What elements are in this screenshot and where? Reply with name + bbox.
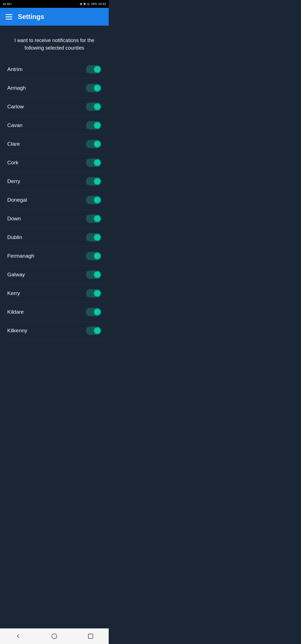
svg-point-0 (52, 634, 57, 639)
county-name: Kildare (7, 309, 24, 315)
county-item: Cork (4, 153, 104, 172)
county-toggle[interactable] (86, 103, 101, 111)
county-toggle[interactable] (86, 326, 101, 335)
county-item: Antrim (4, 60, 104, 79)
county-toggle[interactable] (86, 84, 101, 92)
county-item: Clare (4, 135, 104, 153)
location-icon: ◎ (87, 2, 90, 6)
county-name: Down (7, 216, 21, 222)
toggle-thumb (94, 103, 101, 110)
status-bar: eir 4G+ ⊠ ✱ ◎ 24% 10:42 (0, 0, 109, 8)
status-right: ⊠ ✱ ◎ 24% 10:42 (80, 2, 106, 6)
toggle-track (86, 214, 101, 223)
network-label: 4G+ (7, 3, 12, 6)
toggle-thumb (94, 197, 101, 203)
county-name: Fermanagh (7, 253, 34, 259)
toggle-track (86, 233, 101, 242)
toggle-thumb (94, 122, 101, 129)
county-toggle[interactable] (86, 158, 101, 167)
county-name: Carlow (7, 104, 24, 110)
county-name: Dublin (7, 234, 22, 240)
toggle-track (86, 196, 101, 204)
county-item: Kildare (4, 303, 104, 321)
toggle-thumb (94, 178, 101, 185)
county-item: Kerry (4, 284, 104, 303)
county-name: Cavan (7, 122, 23, 128)
county-toggle[interactable] (86, 177, 101, 186)
toggle-thumb (94, 309, 101, 315)
county-item: Carlow (4, 97, 104, 116)
county-name: Cork (7, 160, 18, 166)
toggle-thumb (94, 290, 101, 297)
county-toggle[interactable] (86, 252, 101, 260)
county-item: Armagh (4, 79, 104, 97)
county-toggle[interactable] (86, 196, 101, 204)
page-content: I want to receive notifications for the … (0, 26, 109, 340)
toggle-track (86, 289, 101, 297)
county-item: Donegal (4, 191, 104, 209)
page-title: Settings (18, 13, 44, 21)
hamburger-menu-button[interactable] (6, 14, 12, 19)
county-item: Kilkenny (4, 321, 104, 340)
page-description: I want to receive notifications for the … (4, 31, 104, 60)
county-name: Kerry (7, 290, 20, 296)
county-toggle[interactable] (86, 121, 101, 130)
county-toggle[interactable] (86, 270, 101, 279)
svg-rect-1 (88, 634, 93, 638)
county-name: Kilkenny (7, 328, 27, 334)
county-name: Antrim (7, 66, 23, 72)
county-toggle[interactable] (86, 308, 101, 316)
toggle-track (86, 326, 101, 335)
toggle-thumb (94, 159, 101, 166)
battery-label: 24% (91, 2, 97, 6)
bottom-navigation (0, 628, 109, 644)
county-item: Down (4, 209, 104, 228)
county-toggle[interactable] (86, 233, 101, 242)
toggle-track (86, 270, 101, 279)
county-item: Dublin (4, 228, 104, 247)
toggle-track (86, 121, 101, 130)
toggle-track (86, 177, 101, 186)
county-toggle[interactable] (86, 65, 101, 74)
county-list: AntrimArmaghCarlowCavanClareCorkDerryDon… (4, 60, 104, 340)
bluetooth-icon: ✱ (83, 2, 86, 6)
county-name: Derry (7, 178, 20, 184)
county-item: Derry (4, 172, 104, 191)
county-name: Galway (7, 272, 25, 278)
county-name: Donegal (7, 197, 27, 203)
county-item: Fermanagh (4, 247, 104, 265)
toggle-thumb (94, 253, 101, 259)
carrier-label: eir (3, 2, 6, 6)
county-toggle[interactable] (86, 214, 101, 223)
time-label: 10:42 (98, 2, 106, 6)
county-toggle[interactable] (86, 140, 101, 148)
county-item: Galway (4, 265, 104, 284)
toggle-track (86, 158, 101, 167)
toggle-thumb (94, 271, 101, 278)
status-left: eir 4G+ (3, 2, 12, 6)
county-name: Armagh (7, 85, 26, 91)
toggle-thumb (94, 234, 101, 241)
toggle-track (86, 308, 101, 316)
toggle-thumb (94, 141, 101, 147)
toggle-thumb (94, 215, 101, 222)
back-button[interactable] (13, 631, 24, 642)
toggle-track (86, 65, 101, 74)
toggle-track (86, 140, 101, 148)
nfc-icon: ⊠ (80, 2, 82, 6)
county-toggle[interactable] (86, 289, 101, 297)
toggle-track (86, 252, 101, 260)
toggle-thumb (94, 85, 101, 91)
recents-button[interactable] (85, 631, 96, 642)
toggle-thumb (94, 66, 101, 73)
toggle-track (86, 103, 101, 111)
toggle-track (86, 84, 101, 92)
toggle-thumb (94, 327, 101, 334)
home-button[interactable] (49, 631, 60, 642)
county-name: Clare (7, 141, 20, 147)
county-item: Cavan (4, 116, 104, 135)
app-bar: Settings (0, 8, 109, 26)
